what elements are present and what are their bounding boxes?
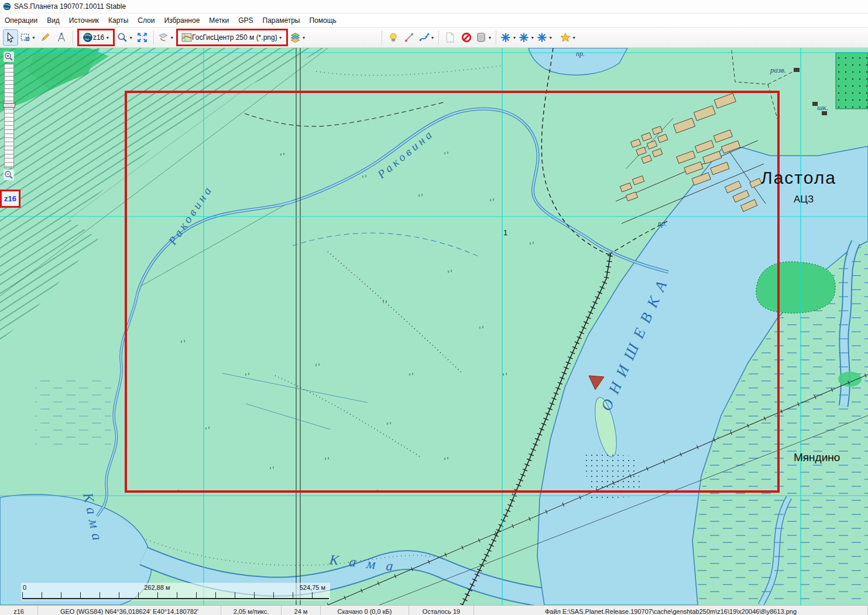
cache-icon: [476, 32, 486, 43]
zoom-out-button[interactable]: [4, 170, 14, 180]
magnifier-icon: [117, 32, 128, 43]
label-pr-2: пр.: [658, 219, 667, 228]
path-tool-button[interactable]: ▼: [418, 29, 435, 46]
chevron-down-icon: ▼: [512, 36, 516, 40]
zoom-in-icon: [4, 52, 13, 61]
chevron-down-icon: ▼: [129, 36, 133, 40]
selection-tool-button[interactable]: ▼: [19, 29, 36, 46]
layers-icon: [290, 32, 301, 43]
zoom-slider-track[interactable]: [4, 64, 14, 168]
forbid-button[interactable]: [459, 29, 474, 46]
cache-select[interactable]: ▼: [475, 29, 492, 46]
app-icon: [3, 2, 11, 11]
map-thumb-icon: [181, 32, 192, 43]
zoom-slider-thumb[interactable]: [3, 103, 15, 108]
bearing-tool-button[interactable]: [402, 29, 417, 46]
toolbar-separator: [496, 30, 496, 44]
title-bar: SAS.Планета 190707.10011 Stable: [0, 0, 868, 13]
menu-settings[interactable]: Параметры: [258, 15, 305, 26]
chevron-down-icon: ▼: [572, 36, 576, 40]
measure-icon: [56, 32, 67, 43]
chevron-down-icon: ▼: [32, 36, 36, 40]
scale-mid: 262,88 м: [144, 584, 170, 591]
magnifier-tool-button[interactable]: ▼: [116, 29, 133, 46]
gps-splash-icon: [500, 32, 511, 43]
scale-end: 524,75 м: [300, 584, 325, 591]
chevron-down-icon: ▼: [170, 36, 174, 40]
layers-select[interactable]: ▼: [290, 29, 307, 46]
scale-bar: 0 262,88 м 524,75 м: [21, 583, 330, 600]
status-zoom: z16: [0, 606, 38, 615]
favorites-select[interactable]: ▼: [560, 29, 577, 46]
menu-placemarks[interactable]: Метки: [204, 15, 234, 26]
gps-marker-1-button[interactable]: ▼: [500, 29, 517, 46]
gps-marker-2-button[interactable]: ▼: [518, 29, 535, 46]
toolbar-separator: [153, 30, 154, 44]
chevron-down-icon: ▼: [302, 36, 306, 40]
menu-help[interactable]: Помощь: [304, 15, 341, 26]
zoom-level-text: z16: [4, 194, 16, 203]
chevron-down-icon: ▼: [548, 36, 553, 40]
pencil-icon: [40, 32, 50, 43]
status-coordinates: GEO (WGS84) N64°36,018624' E40°14,180782…: [38, 606, 221, 615]
label-myandino: Мяндино: [794, 451, 840, 463]
pencil-tool-button[interactable]: [37, 29, 53, 46]
menu-view[interactable]: Вид: [42, 15, 64, 26]
map-canvas[interactable]: Раковина Раковина ОНИШЕВКА Кама Кама Лас…: [0, 48, 868, 605]
star-icon: [560, 32, 571, 43]
window-title: SAS.Планета 190707.10011 Stable: [14, 2, 126, 11]
status-scale: 24 м: [282, 606, 321, 615]
chevron-down-icon: ▼: [530, 36, 534, 40]
label-razv: разв.: [770, 66, 786, 74]
status-file-path: Файл E:\SAS.Planet.Release.190707\cache\…: [474, 606, 868, 615]
menu-favorites[interactable]: Избранное: [159, 15, 204, 26]
zoom-value: z16: [93, 33, 104, 42]
page-button[interactable]: [442, 29, 458, 46]
map-source-select[interactable]: ГосГисЦентр 250 м (*.png) ▼: [181, 29, 283, 46]
projection-tool-button[interactable]: ▼: [157, 29, 174, 46]
scale-start: 0: [23, 584, 26, 591]
zoom-select[interactable]: z16 ▼: [82, 29, 110, 46]
lightbulb-icon: [388, 32, 399, 43]
status-bar: z16 GEO (WGS84) N64°36,018624' E40°14,18…: [0, 605, 868, 615]
label-acz: АЦЗ: [794, 194, 814, 205]
menu-maps[interactable]: Карты: [104, 15, 133, 26]
orchard: [836, 53, 868, 109]
gps-splash-icon: [537, 32, 547, 43]
chevron-down-icon: ▼: [431, 36, 435, 40]
status-downloaded: Скачано 0 (0,0 кБ): [321, 606, 409, 615]
cursor-tool-button[interactable]: [3, 29, 18, 46]
toolbar-separator: [73, 30, 73, 44]
status-resolution: 2,05 м/пикс.: [221, 606, 282, 615]
zoom-out-icon: [4, 170, 13, 180]
menu-gps[interactable]: GPS: [234, 15, 258, 26]
projection-icon: [158, 32, 169, 43]
menu-operations[interactable]: Операции: [0, 15, 42, 26]
zoom-in-button[interactable]: [4, 51, 14, 62]
label-shk: шк.: [817, 103, 828, 112]
zoom-level-indicator: z16: [0, 190, 20, 208]
map-area[interactable]: Раковина Раковина ОНИШЕВКА Кама Кама Лас…: [0, 48, 868, 605]
label-pr-1: пр.: [576, 50, 585, 58]
zoom-highlight-box: z16 ▼: [77, 29, 115, 46]
chevron-down-icon: ▼: [105, 36, 109, 40]
fullscreen-button[interactable]: [135, 29, 150, 46]
lightbulb-button[interactable]: [386, 29, 401, 46]
fullscreen-icon: [137, 32, 147, 43]
menu-source[interactable]: Источник: [64, 15, 104, 26]
page-icon: [445, 32, 455, 43]
measure-tool-button[interactable]: [54, 29, 69, 46]
cursor-icon: [5, 32, 16, 43]
label-lastola: Ластола: [761, 168, 836, 187]
gps-splash-icon: [519, 32, 529, 43]
menu-bar: Операции Вид Источник Карты Слои Избранн…: [0, 13, 868, 28]
chevron-down-icon: ▼: [488, 36, 492, 40]
selection-icon: [20, 32, 30, 43]
zoom-control[interactable]: [2, 51, 16, 180]
status-remaining: Осталось 19: [409, 606, 474, 615]
chevron-down-icon: ▼: [279, 36, 283, 40]
gps-marker-3-button[interactable]: ▼: [536, 29, 553, 46]
map-source-value: ГосГисЦентр 250 м (*.png): [192, 33, 277, 42]
menu-layers[interactable]: Слои: [133, 15, 159, 26]
label-one: 1: [503, 228, 507, 237]
